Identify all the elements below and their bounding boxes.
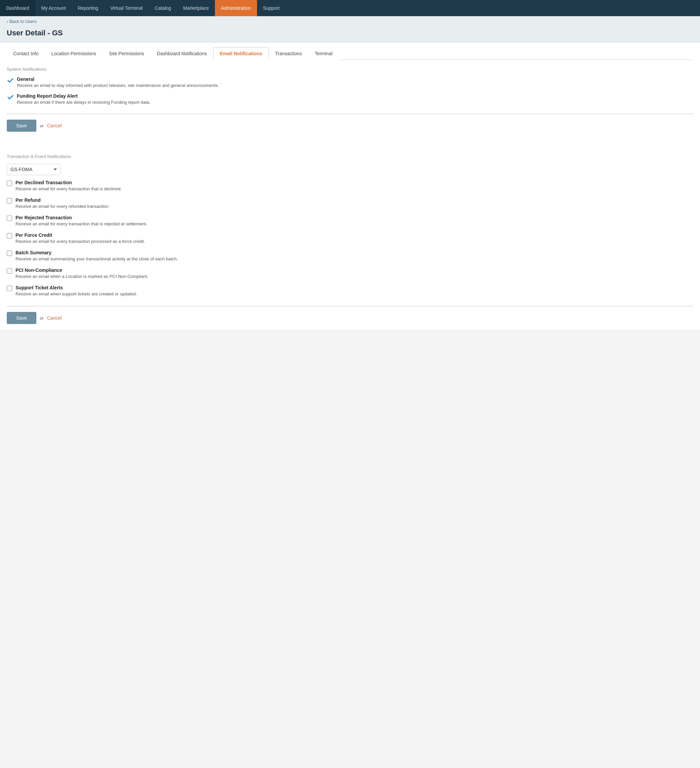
checkbox-per-refund[interactable] (7, 198, 12, 203)
checkbox-batch-summary[interactable] (7, 251, 12, 256)
cb-desc-per-refund: Receive an email for every refunded tran… (16, 204, 109, 209)
checkbox-per-rejected[interactable] (7, 216, 12, 221)
breadcrumb: Back to Users (0, 16, 700, 27)
tabs-container: Contact InfoLocation PermissionsSite Per… (7, 42, 693, 60)
nav-item-support[interactable]: Support (257, 0, 286, 16)
system-notifications-title: System Notifications (7, 67, 693, 72)
notif-general-title: General (17, 77, 219, 82)
page-header: User Detail - GS (0, 27, 700, 42)
cancel-link-1[interactable]: Cancel (47, 123, 62, 128)
transaction-items-container: Per Declined TransactionReceive an email… (7, 180, 693, 296)
location-select[interactable]: GS-FOMA (7, 164, 61, 175)
main-content: Contact InfoLocation PermissionsSite Per… (0, 42, 700, 330)
back-to-users-link[interactable]: Back to Users (7, 19, 37, 24)
tab-transactions[interactable]: Transactions (269, 47, 309, 60)
notif-funding-report: Funding Report Delay Alert Receive an em… (7, 93, 693, 105)
system-notifications-section: System Notifications General Receive an … (7, 60, 693, 114)
location-select-wrap: GS-FOMA (7, 164, 693, 175)
transaction-notifications-title: Transaction & Event Notifications (7, 154, 693, 159)
or-text-1: or (40, 123, 44, 128)
nav-item-administration[interactable]: Administration (215, 0, 257, 16)
nav-item-virtual-terminal[interactable]: Virtual Terminal (104, 0, 149, 16)
tab-contact-info[interactable]: Contact Info (7, 47, 45, 60)
nav-item-marketplace[interactable]: Marketplace (177, 0, 215, 16)
nav-item-my-account[interactable]: My Account (35, 0, 72, 16)
notif-general-desc: Receive an email to stay informed with p… (17, 83, 219, 88)
checkbox-per-force-credit[interactable] (7, 233, 12, 238)
nav-item-dashboard[interactable]: Dashboard (0, 0, 35, 16)
save-row-1: Save or Cancel (7, 114, 693, 137)
cb-title-pci-non-compliance: PCI Non-Compliance (16, 267, 149, 273)
nav-item-reporting[interactable]: Reporting (72, 0, 104, 16)
checkbox-item-per-declined: Per Declined TransactionReceive an email… (7, 180, 693, 191)
save-row-2: Save or Cancel (7, 306, 693, 330)
checkbox-item-per-refund: Per RefundReceive an email for every ref… (7, 197, 693, 209)
checkbox-item-per-force-credit: Per Force CreditReceive an email for eve… (7, 232, 693, 244)
checkbox-item-per-rejected: Per Rejected TransactionReceive an email… (7, 215, 693, 226)
tab-dashboard-notifications[interactable]: Dashboard Notifications (151, 47, 213, 60)
tab-site-permissions[interactable]: Site Permissions (103, 47, 151, 60)
check-icon-funding (7, 94, 14, 101)
transaction-notifications-section: Transaction & Event Notifications GS-FOM… (7, 147, 693, 306)
cb-title-per-declined: Per Declined Transaction (16, 180, 122, 185)
cb-desc-per-rejected: Receive an email for every transaction t… (16, 221, 147, 226)
tab-location-permissions[interactable]: Location Permissions (45, 47, 103, 60)
tab-email-notifications[interactable]: Email Notifications (213, 47, 269, 60)
cb-title-per-force-credit: Per Force Credit (16, 232, 145, 238)
cancel-link-2[interactable]: Cancel (47, 315, 62, 321)
save-button-1[interactable]: Save (7, 120, 36, 132)
checkbox-item-batch-summary: Batch SummaryReceive an email summarizin… (7, 250, 693, 261)
tab-terminal[interactable]: Terminal (308, 47, 339, 60)
cb-title-per-refund: Per Refund (16, 197, 109, 203)
cb-title-per-rejected: Per Rejected Transaction (16, 215, 147, 220)
cb-title-support-ticket-alerts: Support Ticket Alerts (16, 285, 137, 290)
checkbox-support-ticket-alerts[interactable] (7, 286, 12, 291)
checkbox-pci-non-compliance[interactable] (7, 268, 12, 274)
save-button-2[interactable]: Save (7, 312, 36, 324)
notif-funding-desc: Receive an email if there are delays in … (17, 100, 151, 105)
cb-desc-support-ticket-alerts: Receive an email when support tickets ar… (16, 291, 137, 296)
cb-title-batch-summary: Batch Summary (16, 250, 178, 255)
cb-desc-per-force-credit: Receive an email for every transaction p… (16, 239, 145, 244)
checkbox-per-declined[interactable] (7, 181, 12, 186)
or-text-2: or (40, 316, 44, 321)
nav-bar: DashboardMy AccountReportingVirtual Term… (0, 0, 700, 16)
notif-general: General Receive an email to stay informe… (7, 77, 693, 88)
checkbox-item-pci-non-compliance: PCI Non-ComplianceReceive an email when … (7, 267, 693, 279)
nav-item-catalog[interactable]: Catalog (149, 0, 177, 16)
cb-desc-pci-non-compliance: Receive an email when a Location is mark… (16, 274, 149, 279)
cb-desc-batch-summary: Receive an email summarizing your transa… (16, 256, 178, 261)
page-title: User Detail - GS (7, 29, 693, 37)
notif-funding-title: Funding Report Delay Alert (17, 93, 151, 99)
spacer (7, 137, 693, 147)
cb-desc-per-declined: Receive an email for every transaction t… (16, 186, 122, 191)
check-icon-general (7, 77, 14, 84)
checkbox-item-support-ticket-alerts: Support Ticket AlertsReceive an email wh… (7, 285, 693, 296)
